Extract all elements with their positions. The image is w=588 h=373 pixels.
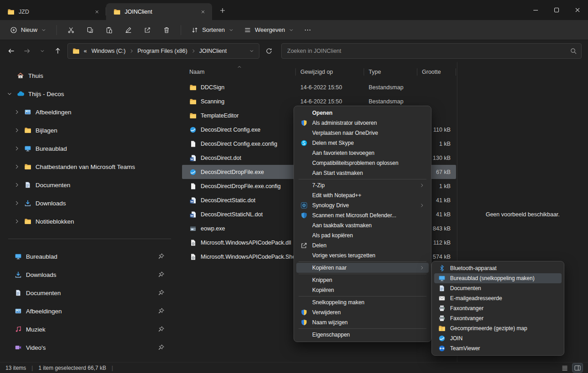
tab-strip: JZDJOINClient bbox=[0, 0, 212, 20]
sidebar-item-afbeeldingen[interactable]: Afbeeldingen bbox=[3, 104, 176, 120]
search-input[interactable] bbox=[281, 43, 582, 59]
sidebar-item-bijlagen[interactable]: Bijlagen bbox=[3, 122, 176, 138]
sidebar-pinned-documenten[interactable]: Documenten bbox=[3, 285, 176, 301]
context-menu-item-vorige-versies-terugzetten[interactable]: Vorige versies terugzetten bbox=[296, 250, 429, 261]
context-menu-item-aan-favorieten-toevoegen[interactable]: Aan favorieten toevoegen bbox=[296, 148, 429, 158]
submenu-item-bluetooth-apparaat[interactable]: Bluetooth-apparaat bbox=[434, 263, 562, 273]
maximize-button[interactable] bbox=[546, 0, 567, 20]
breadcrumb-item-windows-c[interactable]: Windows (C:) bbox=[90, 47, 127, 55]
rename-button[interactable] bbox=[120, 22, 137, 38]
back-button[interactable] bbox=[4, 43, 19, 59]
context-menu-item-verwijderen[interactable]: Verwijderen bbox=[296, 307, 429, 317]
sidebar-item-chatbestanden-van-microsoft-teams[interactable]: Chatbestanden van Microsoft Teams bbox=[3, 158, 176, 175]
context-menu-item-delen-met-skype[interactable]: Delen met Skype bbox=[296, 138, 429, 148]
context-menu-item-aan-taakbalk-vastmaken[interactable]: Aan taakbalk vastmaken bbox=[296, 220, 429, 230]
context-menu-item-7-zip[interactable]: 7-Zip bbox=[296, 180, 429, 190]
tab-joinclient[interactable]: JOINClient bbox=[106, 3, 212, 20]
context-menu-item-delen[interactable]: Delen bbox=[296, 240, 429, 250]
chevron-right-icon[interactable] bbox=[14, 182, 20, 188]
chevron-right-icon[interactable] bbox=[14, 127, 20, 133]
minimize-button[interactable] bbox=[525, 0, 546, 20]
sidebar-item-notitieblokken[interactable]: Notitieblokken bbox=[3, 213, 176, 230]
context-menu-item-kopi-ren-naar[interactable]: Kopiëren naar bbox=[296, 263, 429, 273]
menu-icon-placeholder bbox=[300, 182, 308, 189]
sidebar-item-downloads[interactable]: Downloads bbox=[3, 195, 176, 211]
tab-jzd[interactable]: JZD bbox=[0, 3, 106, 20]
delete-button[interactable] bbox=[158, 22, 175, 38]
sidebar-item-documenten[interactable]: Documenten bbox=[3, 177, 176, 193]
context-menu-item-naam-wijzigen[interactable]: Naam wijzigen bbox=[296, 317, 429, 327]
context-menu-item-als-pad-kopi-ren[interactable]: Als pad kopiëren bbox=[296, 230, 429, 240]
context-menu-item-kopi-ren[interactable]: Kopiëren bbox=[296, 285, 429, 295]
share-button[interactable] bbox=[139, 22, 156, 38]
address-bar[interactable]: «Windows (C:)Program Files (x86)JOINClie… bbox=[67, 43, 259, 59]
more-options-button[interactable] bbox=[299, 23, 316, 37]
details-view-button[interactable] bbox=[560, 363, 570, 372]
context-menu-item-snelkoppeling-maken[interactable]: Snelkoppeling maken bbox=[296, 297, 429, 307]
breadcrumb-item-joinclient[interactable]: JOINClient bbox=[198, 47, 228, 55]
sidebar-pinned-video-s[interactable]: Video's bbox=[3, 339, 176, 356]
sidebar-item-bureaublad[interactable]: Bureaublad bbox=[3, 140, 176, 157]
chevron-right-icon[interactable] bbox=[14, 200, 20, 206]
new-tab-button[interactable] bbox=[216, 4, 229, 17]
context-menu-item-eigenschappen[interactable]: Eigenschappen bbox=[296, 330, 429, 340]
address-dropdown-icon[interactable] bbox=[249, 48, 254, 54]
forward-button[interactable] bbox=[19, 43, 35, 59]
sidebar-pinned-downloads[interactable]: Downloads bbox=[3, 266, 176, 283]
submenu-item-e-mailgeadresseerde[interactable]: E-mailgeadresseerde bbox=[434, 293, 562, 303]
chevron-down-icon[interactable] bbox=[6, 91, 13, 97]
column-header-naam[interactable]: Naam bbox=[182, 64, 296, 80]
status-divider: | bbox=[31, 365, 33, 371]
rename-icon bbox=[125, 26, 132, 34]
sidebar-pinned-afbeeldingen[interactable]: Afbeeldingen bbox=[3, 303, 176, 319]
column-header-grootte[interactable]: Grootte bbox=[417, 64, 456, 80]
context-menu-item-compatibiliteitsproblemen-oplossen[interactable]: Compatibiliteitsproblemen oplossen bbox=[296, 158, 429, 168]
mail-icon bbox=[438, 295, 446, 302]
paste-button[interactable] bbox=[101, 22, 118, 38]
context-menu-item-verplaatsen-naar-onedrive[interactable]: Verplaatsen naar OneDrive bbox=[296, 128, 429, 138]
context-menu-item-edit-with-notepad[interactable]: Edit with Notepad++ bbox=[296, 190, 429, 200]
refresh-button[interactable] bbox=[261, 43, 277, 59]
context-menu-item-knippen[interactable]: Knippen bbox=[296, 275, 429, 285]
cut-button[interactable] bbox=[62, 22, 80, 38]
sort-button[interactable]: Sorteren bbox=[187, 23, 238, 37]
view-button[interactable]: Weergeven bbox=[239, 23, 299, 37]
tab-close-button[interactable] bbox=[91, 6, 102, 17]
breadcrumb-item-program-files-x86[interactable]: Program Files (x86) bbox=[136, 47, 189, 55]
submenu-item-gecomprimeerde-gezipte-map[interactable]: Gecomprimeerde (gezipte) map bbox=[434, 323, 562, 333]
submenu-item-bureaublad-snelkoppeling-maken[interactable]: Bureaublad (snelkoppeling maken) bbox=[434, 273, 562, 283]
sidebar-item-thuis[interactable]: Thuis bbox=[3, 67, 176, 84]
context-menu-item-synology-drive[interactable]: Synology Drive bbox=[296, 200, 429, 210]
context-menu-item-als-administrator-uitvoeren[interactable]: Als administrator uitvoeren bbox=[296, 118, 429, 128]
submenu-item-faxontvanger[interactable]: Faxontvanger bbox=[434, 303, 562, 313]
submenu-item-join[interactable]: JOIN bbox=[434, 333, 562, 343]
menu-item-label: Kopiëren bbox=[312, 287, 425, 293]
submenu-item-faxontvanger[interactable]: Faxontvanger bbox=[434, 313, 562, 323]
fax-icon bbox=[438, 305, 446, 312]
chevron-right-icon[interactable] bbox=[14, 218, 20, 225]
thumbnail-view-button[interactable] bbox=[573, 363, 583, 372]
copy-button[interactable] bbox=[81, 22, 99, 38]
column-label: Gewijzigd op bbox=[300, 69, 333, 75]
recent-locations-button[interactable] bbox=[35, 43, 50, 59]
column-header-gewijzigd-op[interactable]: Gewijzigd op bbox=[296, 64, 364, 80]
submenu-item-teamviewer[interactable]: TeamViewer bbox=[434, 343, 562, 353]
sidebar-pinned-bureaublad[interactable]: Bureaublad bbox=[3, 248, 176, 265]
sidebar-pinned-muziek[interactable]: Muziek bbox=[3, 321, 176, 337]
chevron-placeholder bbox=[6, 72, 13, 79]
submenu-item-documenten[interactable]: Documenten bbox=[434, 283, 562, 293]
new-button[interactable]: Nieuw bbox=[5, 23, 51, 37]
context-menu-item-openen[interactable]: Openen bbox=[296, 108, 429, 118]
chevron-right-icon[interactable] bbox=[14, 164, 20, 170]
column-header-type[interactable]: Type bbox=[364, 64, 417, 80]
up-button[interactable] bbox=[50, 43, 66, 59]
close-button[interactable] bbox=[567, 0, 588, 20]
sidebar-item-thijs-decos[interactable]: Thijs - Decos bbox=[3, 86, 176, 102]
context-menu-item-scannen-met-microsoft-defender[interactable]: Scannen met Microsoft Defender... bbox=[296, 210, 429, 220]
tab-close-button[interactable] bbox=[198, 6, 208, 17]
file-row-ddcsign[interactable]: DDCSign14-6-2022 15:50Bestandsmap bbox=[182, 80, 456, 94]
chevron-right-icon[interactable] bbox=[14, 109, 20, 115]
breadcrumb-overflow[interactable]: « bbox=[82, 47, 88, 55]
context-menu-item-aan-start-vastmaken[interactable]: Aan Start vastmaken bbox=[296, 168, 429, 178]
chevron-right-icon[interactable] bbox=[14, 145, 20, 152]
